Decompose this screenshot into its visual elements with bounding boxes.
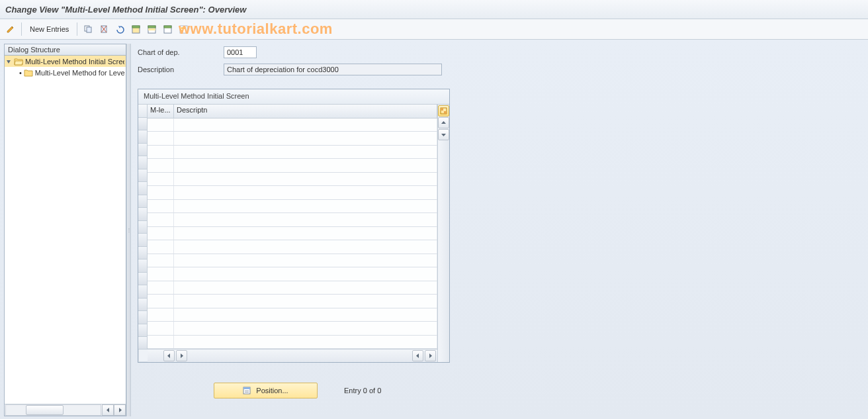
- table-row-header[interactable]: [138, 234, 148, 247]
- table-header-row: M-le... Descriptn: [148, 105, 437, 118]
- column-header-mlevel[interactable]: M-le...: [148, 105, 174, 118]
- chart-of-dep-input[interactable]: [224, 46, 257, 58]
- new-entries-button[interactable]: New Entries: [26, 24, 73, 34]
- tree-node-multi-level-method-initial[interactable]: Multi-Level Method Initial Screen: [5, 56, 126, 67]
- svg-rect-18: [243, 387, 250, 389]
- application-toolbar: New Entries www.tutorialkart.com: [0, 19, 868, 40]
- table-row-header[interactable]: [138, 311, 148, 324]
- table-body: [148, 118, 437, 349]
- window-title: Change View "Multi-Level Method Initial …: [5, 5, 246, 15]
- table-scroll-left-icon[interactable]: [163, 350, 175, 361]
- table-row[interactable]: [148, 240, 437, 254]
- table-scroll-up-icon[interactable]: [438, 117, 449, 128]
- scroll-left-icon[interactable]: [102, 404, 114, 416]
- scrollbar-track[interactable]: [5, 404, 101, 416]
- table-scroll-right-icon[interactable]: [176, 350, 187, 361]
- detail-area: Chart of dep. Description Multi-Level Me…: [131, 40, 868, 419]
- main-area: Dialog Structure Multi-Level Method Init…: [0, 40, 868, 419]
- dialog-structure-panel: Dialog Structure Multi-Level Method Init…: [4, 44, 126, 416]
- table-row-header[interactable]: [138, 247, 148, 260]
- tree-horizontal-scrollbar[interactable]: [5, 404, 126, 416]
- table-vertical-scrollbar[interactable]: [437, 105, 449, 362]
- table-row-header[interactable]: [138, 169, 148, 183]
- copy-as-icon[interactable]: [81, 23, 95, 36]
- table-row[interactable]: [148, 322, 437, 336]
- svg-rect-6: [148, 26, 155, 28]
- toggle-display-change-icon[interactable]: [4, 23, 17, 36]
- deselect-all-icon[interactable]: [161, 23, 174, 36]
- table-row[interactable]: [148, 159, 437, 173]
- table-row-header[interactable]: [138, 156, 148, 169]
- column-header-descriptn[interactable]: Descriptn: [174, 105, 437, 118]
- entry-count-text: Entry 0 of 0: [344, 387, 381, 395]
- position-button-label: Position...: [256, 387, 288, 395]
- select-all-icon[interactable]: [129, 23, 142, 36]
- svg-rect-1: [87, 27, 91, 32]
- table-row[interactable]: [148, 200, 437, 214]
- tree-node-label: Multi-Level Method Initial Screen: [25, 58, 124, 66]
- table-row[interactable]: [148, 146, 437, 160]
- svg-rect-12: [184, 27, 186, 29]
- table-row[interactable]: [148, 295, 437, 308]
- form-row-description: Description: [138, 62, 861, 77]
- table-row-header[interactable]: [138, 285, 148, 299]
- table-scroll-left-end-icon[interactable]: [412, 350, 423, 361]
- table-row-header[interactable]: [138, 299, 148, 312]
- table-row[interactable]: [148, 254, 437, 268]
- table-row[interactable]: [148, 213, 437, 227]
- table-row[interactable]: [148, 186, 437, 200]
- table-row[interactable]: [148, 118, 437, 132]
- window-title-bar: Change View "Multi-Level Method Initial …: [0, 0, 868, 19]
- table-row-header[interactable]: [138, 324, 148, 338]
- tree-expand-icon[interactable]: [6, 58, 12, 64]
- config-icon[interactable]: [177, 23, 190, 36]
- svg-rect-11: [181, 27, 183, 29]
- watermark-text: www.tutorialkart.com: [179, 21, 333, 38]
- position-icon: [243, 387, 251, 395]
- dialog-structure-tree[interactable]: Multi-Level Method Initial Screen • Mult…: [4, 56, 126, 416]
- tree-node-label: Multi-Level Method for Levels: [35, 69, 124, 77]
- chart-of-dep-label: Chart of dep.: [138, 48, 224, 56]
- table-row[interactable]: [148, 308, 437, 322]
- table-row-header[interactable]: [138, 208, 148, 221]
- select-block-icon[interactable]: [145, 23, 158, 36]
- table-row[interactable]: [148, 267, 437, 281]
- svg-rect-7: [148, 28, 155, 30]
- table-row-header[interactable]: [138, 144, 148, 157]
- form-row-chart-of-dep: Chart of dep.: [138, 45, 861, 60]
- position-button[interactable]: Position...: [214, 383, 318, 398]
- table-row[interactable]: [148, 281, 437, 295]
- folder-closed-icon: [24, 69, 33, 77]
- svg-rect-19: [245, 391, 249, 391]
- svg-rect-15: [441, 108, 443, 111]
- delete-icon[interactable]: [97, 23, 110, 36]
- description-label: Description: [138, 66, 224, 73]
- table-row-header: [138, 337, 148, 349]
- table-row[interactable]: [148, 336, 437, 349]
- table-configure-icon[interactable]: [438, 105, 449, 116]
- table-title: Multi-Level Method Initial Screen: [138, 89, 449, 105]
- table-row-header[interactable]: [138, 182, 148, 195]
- table-horizontal-scrollbar[interactable]: [148, 349, 437, 362]
- table-row[interactable]: [148, 173, 437, 187]
- table-row-header[interactable]: [138, 273, 148, 286]
- table-scroll-right-end-icon[interactable]: [425, 350, 436, 361]
- scrollbar-thumb[interactable]: [26, 405, 64, 415]
- table-row-header[interactable]: [138, 118, 148, 131]
- table-scroll-down-icon[interactable]: [438, 129, 449, 140]
- table-row-header[interactable]: [138, 130, 148, 144]
- table-select-all-corner[interactable]: [138, 105, 148, 118]
- table-row-header[interactable]: [138, 195, 148, 209]
- svg-rect-9: [164, 26, 171, 28]
- svg-rect-16: [444, 111, 447, 114]
- table-row-headers: [138, 105, 148, 362]
- vertical-splitter[interactable]: ⋮: [126, 44, 131, 416]
- table-row[interactable]: [148, 132, 437, 146]
- table-row-header[interactable]: [138, 259, 148, 273]
- tree-node-multi-level-method-levels[interactable]: • Multi-Level Method for Levels: [5, 67, 126, 78]
- table-row-header[interactable]: [138, 221, 148, 234]
- table-row[interactable]: [148, 227, 437, 241]
- undo-change-icon[interactable]: [113, 23, 126, 36]
- scroll-right-icon[interactable]: [114, 404, 126, 416]
- description-input: [224, 64, 442, 75]
